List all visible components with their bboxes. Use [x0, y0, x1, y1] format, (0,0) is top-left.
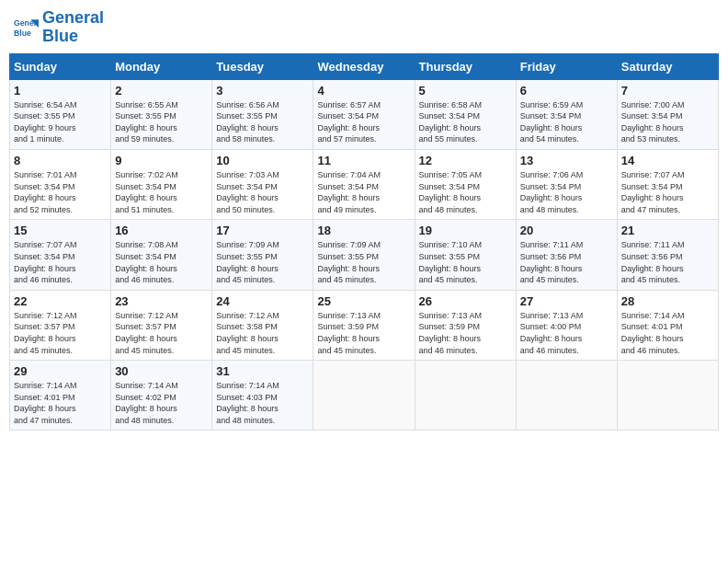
day-number: 7: [621, 84, 714, 98]
day-info: Sunrise: 7:09 AM Sunset: 3:55 PM Dayligh…: [216, 239, 309, 285]
day-info: Sunrise: 7:12 AM Sunset: 3:58 PM Dayligh…: [216, 310, 309, 356]
day-number: 17: [216, 224, 309, 237]
day-number: 28: [621, 294, 714, 308]
calendar-cell: 30Sunrise: 7:14 AM Sunset: 4:02 PM Dayli…: [111, 361, 212, 431]
calendar-cell: 23Sunrise: 7:12 AM Sunset: 3:57 PM Dayli…: [111, 290, 212, 360]
calendar-cell: [415, 361, 516, 431]
day-info: Sunrise: 7:09 AM Sunset: 3:55 PM Dayligh…: [317, 239, 410, 285]
day-number: 30: [115, 364, 208, 378]
day-number: 2: [115, 84, 208, 98]
day-info: Sunrise: 6:56 AM Sunset: 3:55 PM Dayligh…: [216, 99, 309, 145]
calendar-cell: 15Sunrise: 7:07 AM Sunset: 3:54 PM Dayli…: [10, 220, 111, 290]
day-info: Sunrise: 7:08 AM Sunset: 3:54 PM Dayligh…: [115, 239, 208, 285]
day-number: 6: [520, 84, 613, 98]
calendar-cell: 26Sunrise: 7:13 AM Sunset: 3:59 PM Dayli…: [415, 290, 516, 360]
calendar-week-4: 22Sunrise: 7:12 AM Sunset: 3:57 PM Dayli…: [10, 290, 719, 360]
header-monday: Monday: [111, 53, 212, 79]
calendar-cell: 14Sunrise: 7:07 AM Sunset: 3:54 PM Dayli…: [617, 149, 718, 219]
calendar-cell: 13Sunrise: 7:06 AM Sunset: 3:54 PM Dayli…: [516, 149, 617, 219]
header-sunday: Sunday: [10, 53, 111, 79]
day-number: 23: [115, 294, 208, 308]
day-info: Sunrise: 6:55 AM Sunset: 3:55 PM Dayligh…: [115, 99, 208, 145]
day-number: 20: [520, 224, 613, 237]
logo-icon: General Blue: [13, 15, 39, 40]
calendar-body: 1Sunrise: 6:54 AM Sunset: 3:55 PM Daylig…: [10, 79, 719, 431]
day-number: 15: [14, 224, 107, 237]
day-info: Sunrise: 6:59 AM Sunset: 3:54 PM Dayligh…: [520, 99, 613, 145]
header-saturday: Saturday: [617, 53, 718, 79]
day-info: Sunrise: 7:00 AM Sunset: 3:54 PM Dayligh…: [621, 99, 714, 145]
calendar-cell: 31Sunrise: 7:14 AM Sunset: 4:03 PM Dayli…: [212, 361, 313, 431]
day-info: Sunrise: 7:07 AM Sunset: 3:54 PM Dayligh…: [621, 169, 714, 215]
day-number: 4: [317, 84, 410, 98]
page-header: General Blue GeneralBlue: [9, 9, 719, 46]
calendar-cell: 27Sunrise: 7:13 AM Sunset: 4:00 PM Dayli…: [516, 290, 617, 360]
day-number: 12: [419, 154, 512, 167]
calendar-week-2: 8Sunrise: 7:01 AM Sunset: 3:54 PM Daylig…: [10, 149, 719, 219]
day-info: Sunrise: 7:13 AM Sunset: 3:59 PM Dayligh…: [419, 310, 512, 356]
day-number: 25: [317, 294, 410, 308]
day-number: 1: [14, 84, 107, 98]
day-info: Sunrise: 6:54 AM Sunset: 3:55 PM Dayligh…: [14, 99, 107, 145]
day-number: 16: [115, 224, 208, 237]
day-info: Sunrise: 7:10 AM Sunset: 3:55 PM Dayligh…: [419, 239, 512, 285]
day-number: 5: [419, 84, 512, 98]
day-number: 19: [419, 224, 512, 237]
day-info: Sunrise: 7:04 AM Sunset: 3:54 PM Dayligh…: [317, 169, 410, 215]
calendar-cell: 19Sunrise: 7:10 AM Sunset: 3:55 PM Dayli…: [415, 220, 516, 290]
calendar-week-5: 29Sunrise: 7:14 AM Sunset: 4:01 PM Dayli…: [10, 361, 719, 431]
day-number: 31: [216, 364, 309, 378]
calendar-cell: 12Sunrise: 7:05 AM Sunset: 3:54 PM Dayli…: [415, 149, 516, 219]
svg-text:Blue: Blue: [14, 29, 31, 38]
calendar-cell: 16Sunrise: 7:08 AM Sunset: 3:54 PM Dayli…: [111, 220, 212, 290]
day-info: Sunrise: 7:01 AM Sunset: 3:54 PM Dayligh…: [14, 169, 107, 215]
day-info: Sunrise: 7:14 AM Sunset: 4:01 PM Dayligh…: [14, 380, 107, 426]
day-number: 8: [14, 154, 107, 167]
day-info: Sunrise: 7:11 AM Sunset: 3:56 PM Dayligh…: [520, 239, 613, 285]
calendar-cell: 4Sunrise: 6:57 AM Sunset: 3:54 PM Daylig…: [313, 79, 415, 149]
calendar-cell: 3Sunrise: 6:56 AM Sunset: 3:55 PM Daylig…: [212, 79, 313, 149]
header-tuesday: Tuesday: [212, 53, 313, 79]
header-thursday: Thursday: [415, 53, 516, 79]
day-number: 29: [14, 364, 107, 378]
calendar-cell: [516, 361, 617, 431]
day-number: 21: [621, 224, 714, 237]
day-number: 24: [216, 294, 309, 308]
calendar-cell: [313, 361, 415, 431]
day-info: Sunrise: 7:06 AM Sunset: 3:54 PM Dayligh…: [520, 169, 613, 215]
day-info: Sunrise: 7:14 AM Sunset: 4:02 PM Dayligh…: [115, 380, 208, 426]
calendar-cell: 1Sunrise: 6:54 AM Sunset: 3:55 PM Daylig…: [10, 79, 111, 149]
calendar-table: SundayMondayTuesdayWednesdayThursdayFrid…: [9, 53, 719, 431]
calendar-cell: 5Sunrise: 6:58 AM Sunset: 3:54 PM Daylig…: [415, 79, 516, 149]
calendar-cell: 20Sunrise: 7:11 AM Sunset: 3:56 PM Dayli…: [516, 220, 617, 290]
calendar-cell: 7Sunrise: 7:00 AM Sunset: 3:54 PM Daylig…: [617, 79, 718, 149]
calendar-cell: 18Sunrise: 7:09 AM Sunset: 3:55 PM Dayli…: [313, 220, 415, 290]
calendar-cell: 24Sunrise: 7:12 AM Sunset: 3:58 PM Dayli…: [212, 290, 313, 360]
day-number: 22: [14, 294, 107, 308]
calendar-cell: 10Sunrise: 7:03 AM Sunset: 3:54 PM Dayli…: [212, 149, 313, 219]
day-info: Sunrise: 7:13 AM Sunset: 4:00 PM Dayligh…: [520, 310, 613, 356]
logo-text: GeneralBlue: [42, 9, 104, 46]
calendar-cell: 28Sunrise: 7:14 AM Sunset: 4:01 PM Dayli…: [617, 290, 718, 360]
calendar-cell: 21Sunrise: 7:11 AM Sunset: 3:56 PM Dayli…: [617, 220, 718, 290]
day-info: Sunrise: 6:57 AM Sunset: 3:54 PM Dayligh…: [317, 99, 410, 145]
day-info: Sunrise: 7:13 AM Sunset: 3:59 PM Dayligh…: [317, 310, 410, 356]
day-info: Sunrise: 7:11 AM Sunset: 3:56 PM Dayligh…: [621, 239, 714, 285]
calendar-cell: 9Sunrise: 7:02 AM Sunset: 3:54 PM Daylig…: [111, 149, 212, 219]
day-number: 10: [216, 154, 309, 167]
calendar-week-3: 15Sunrise: 7:07 AM Sunset: 3:54 PM Dayli…: [10, 220, 719, 290]
day-info: Sunrise: 7:14 AM Sunset: 4:01 PM Dayligh…: [621, 310, 714, 356]
day-info: Sunrise: 7:02 AM Sunset: 3:54 PM Dayligh…: [115, 169, 208, 215]
calendar-cell: 6Sunrise: 6:59 AM Sunset: 3:54 PM Daylig…: [516, 79, 617, 149]
calendar-cell: 22Sunrise: 7:12 AM Sunset: 3:57 PM Dayli…: [10, 290, 111, 360]
calendar-cell: 11Sunrise: 7:04 AM Sunset: 3:54 PM Dayli…: [313, 149, 415, 219]
day-info: Sunrise: 7:12 AM Sunset: 3:57 PM Dayligh…: [14, 310, 107, 356]
logo: General Blue GeneralBlue: [13, 9, 104, 46]
calendar-cell: 17Sunrise: 7:09 AM Sunset: 3:55 PM Dayli…: [212, 220, 313, 290]
day-number: 11: [317, 154, 410, 167]
day-number: 13: [520, 154, 613, 167]
day-info: Sunrise: 7:07 AM Sunset: 3:54 PM Dayligh…: [14, 239, 107, 285]
day-number: 3: [216, 84, 309, 98]
day-number: 26: [419, 294, 512, 308]
calendar-header-row: SundayMondayTuesdayWednesdayThursdayFrid…: [10, 53, 719, 79]
